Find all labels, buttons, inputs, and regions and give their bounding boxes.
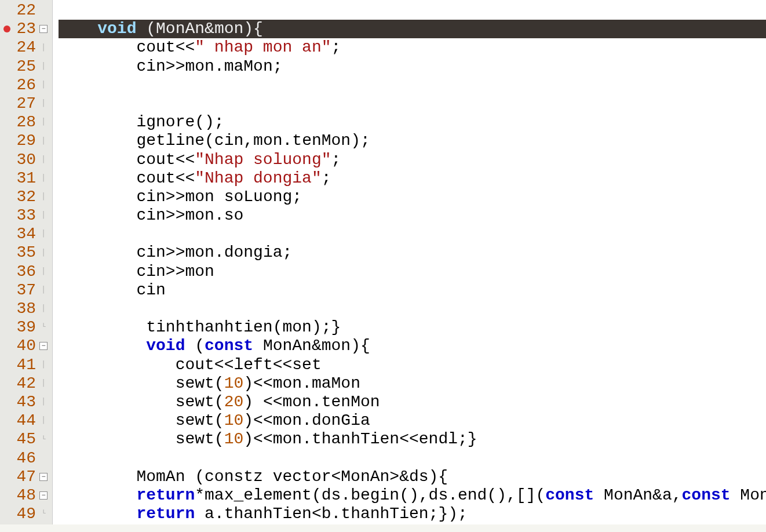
token-op: , (672, 486, 682, 505)
token-op: ( (185, 337, 205, 355)
token-op: ( (136, 20, 156, 38)
code-line[interactable]: sewt(20) <<mon.tenMon (59, 393, 766, 411)
token-op: & (312, 337, 322, 355)
token-id: b (322, 505, 331, 523)
code-line[interactable]: sewt(10)<<mon.donGia (59, 411, 766, 430)
code-line[interactable]: cout<<"Nhap dongia"; (59, 169, 766, 188)
token-op: << (399, 430, 419, 449)
token-op: << (214, 356, 234, 374)
code-line[interactable]: cout<<" nhap mon an"; (59, 38, 766, 57)
line-number: 48 (0, 486, 52, 505)
token-op: . (448, 486, 458, 505)
token-op: . (302, 374, 312, 393)
code-line[interactable] (59, 76, 766, 94)
code-line[interactable]: cout<<"Nhap soluong"; (59, 151, 766, 169)
line-number: 27│ (0, 94, 52, 113)
token-id: constz vector (205, 468, 331, 486)
code-line[interactable]: sewt(10)<<mon.maMon (59, 374, 766, 393)
fold-toggle-icon[interactable] (39, 25, 48, 33)
token-fn: ignore (136, 113, 195, 132)
token-op: ; (283, 243, 293, 262)
token-id: cin (214, 132, 243, 150)
token-fn: sewt (176, 430, 214, 449)
line-number: 36│ (0, 263, 52, 281)
code-line[interactable] (59, 449, 766, 468)
token-id: MomAn (136, 468, 195, 486)
token-op: . (341, 486, 351, 505)
token-id: MonAn (740, 486, 766, 505)
token-op: ( (205, 132, 214, 150)
code-area[interactable]: void (MonAn&mon){ cout<<" nhap mon an"; … (52, 0, 766, 524)
fold-toggle-icon[interactable] (39, 342, 48, 350)
code-line[interactable]: cin (59, 281, 766, 300)
code-line[interactable]: sewt(10)<<mon.thanhTien<<endl;} (59, 430, 766, 449)
token-fn: tinhthanhtien (136, 318, 272, 337)
code-line[interactable]: tinhthanhtien(mon);} (59, 318, 766, 337)
code-line[interactable]: void (MonAn&mon){ (59, 20, 766, 38)
token-id: mon (322, 337, 351, 355)
code-line[interactable] (59, 1, 766, 20)
token-id: mon (283, 393, 312, 411)
token-op: ( (214, 411, 224, 430)
fold-toggle-icon[interactable] (39, 473, 48, 481)
code-line[interactable] (59, 300, 766, 318)
line-number: 41│ (0, 356, 52, 374)
token-kw: void (136, 337, 185, 355)
token-id: thanhTien (341, 505, 428, 523)
token-op: ); (351, 132, 370, 150)
code-line[interactable]: return a.thanhTien<b.thanhTien;}); (59, 505, 766, 523)
token-op: . (312, 393, 322, 411)
token-op: . (283, 132, 293, 150)
token-id: thanhTien (224, 505, 312, 523)
token-id: dongia (224, 243, 283, 262)
token-fn: sewt (176, 374, 214, 393)
token-op: ){ (351, 337, 370, 355)
token-op: ( (312, 486, 322, 505)
token-id: MonAn (156, 20, 205, 38)
fold-guide: │ (39, 81, 48, 89)
code-line[interactable]: cin>>mon.so (59, 206, 766, 225)
code-line[interactable]: cout<<left<<set (59, 356, 766, 374)
token-id: cout (136, 151, 175, 169)
code-line[interactable] (59, 94, 766, 113)
token-id: mon (273, 374, 302, 393)
token-id: cin (136, 206, 165, 225)
fold-guide: │ (39, 305, 48, 313)
token-id: mon (273, 430, 302, 449)
token-op: . (214, 57, 224, 76)
code-line[interactable]: cin>>mon.maMon; (59, 57, 766, 76)
token-kw: return (136, 486, 195, 505)
code-line[interactable]: cin>>mon.dongia; (59, 243, 766, 262)
line-number: 35│ (0, 243, 52, 262)
token-id: cin (136, 281, 165, 300)
code-line[interactable]: cin>>mon (59, 263, 766, 281)
token-kw: const (205, 337, 253, 355)
fold-guide: │ (39, 174, 48, 183)
token-op: ){ (243, 20, 263, 38)
fold-toggle-icon[interactable] (39, 491, 48, 500)
token-fn: sewt (176, 393, 214, 411)
token-op: . (214, 243, 224, 262)
line-number: 24│ (0, 38, 52, 57)
fold-guide: │ (39, 417, 48, 425)
token-op: ; (331, 151, 341, 169)
line-number-gutter: 222324│25│26│27│28│29│30│31│32│33│34│35│… (0, 0, 52, 524)
fold-guide: │ (39, 100, 48, 108)
token-op: ;} (458, 430, 477, 449)
code-line[interactable]: return*max_element(ds.begin(),ds.end(),[… (59, 486, 766, 505)
code-line[interactable]: MomAn (constz vector<MonAn>&ds){ (59, 468, 766, 486)
token-id: a (662, 486, 672, 505)
token-id: ds (322, 486, 341, 505)
token-op: , (243, 132, 253, 150)
code-editor[interactable]: 222324│25│26│27│28│29│30│31│32│33│34│35│… (0, 0, 766, 524)
code-line[interactable] (59, 225, 766, 243)
code-line[interactable]: void (const MonAn&mon){ (59, 337, 766, 355)
fold-guide: │ (39, 212, 48, 220)
code-line[interactable]: ignore(); (59, 113, 766, 132)
code-line[interactable]: getline(cin,mon.tenMon); (59, 132, 766, 150)
token-id: left (234, 356, 272, 374)
token-op: . (331, 505, 341, 523)
token-str: "Nhap dongia" (195, 169, 321, 188)
token-fn: getline (136, 132, 205, 150)
code-line[interactable]: cin>>mon soLuong; (59, 188, 766, 206)
